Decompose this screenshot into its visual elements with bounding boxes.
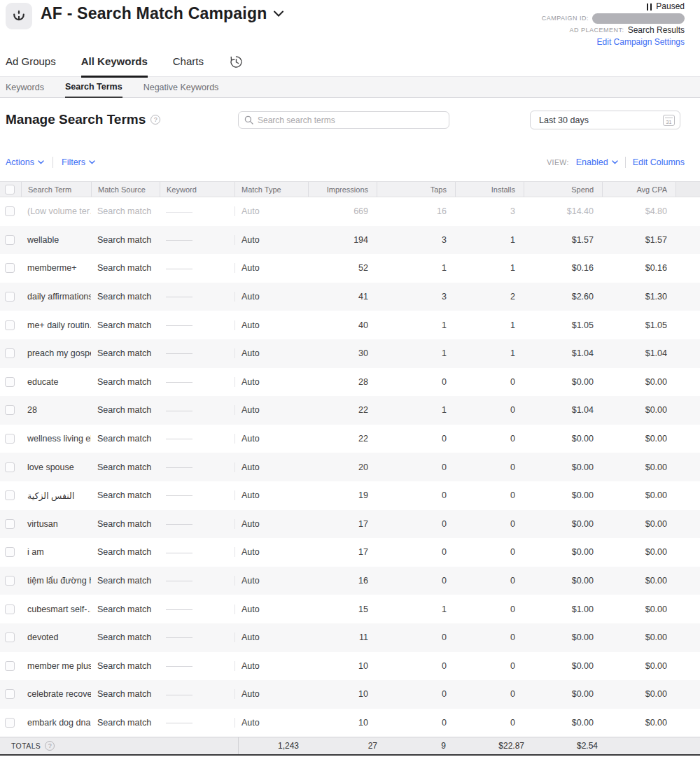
installs-cell: 0 bbox=[455, 689, 524, 699]
col-taps[interactable]: Taps bbox=[377, 182, 455, 197]
search-term-cell: me+ daily routin… bbox=[21, 320, 91, 330]
impressions-cell: 17 bbox=[308, 519, 377, 529]
subtab-keywords[interactable]: Keywords bbox=[6, 77, 44, 97]
row-checkbox-cell bbox=[0, 434, 21, 444]
keyword-empty-dash bbox=[166, 382, 192, 383]
avg-cpa-cell: $0.00 bbox=[602, 632, 676, 642]
search-terms-searchbar[interactable] bbox=[238, 111, 449, 129]
row-checkbox[interactable] bbox=[5, 348, 15, 358]
tab-ad-groups[interactable]: Ad Groups bbox=[6, 55, 56, 76]
search-term-cell: daily affirmations bbox=[21, 292, 91, 302]
avg-cpa-cell: $0.00 bbox=[602, 490, 676, 500]
calendar-icon: 31 bbox=[663, 115, 675, 126]
history-clock-icon bbox=[229, 55, 244, 69]
spend-cell: $0.00 bbox=[524, 576, 602, 586]
avg-cpa-cell: $0.00 bbox=[602, 519, 676, 529]
search-term-cell: tiệm lẩu đường h… bbox=[21, 576, 91, 586]
chevron-down-icon bbox=[612, 160, 618, 164]
col-installs[interactable]: Installs bbox=[455, 182, 524, 197]
search-input[interactable] bbox=[258, 115, 443, 125]
row-checkbox[interactable] bbox=[5, 377, 15, 387]
search-term-cell: (Low volume ter… bbox=[21, 206, 91, 216]
tab-all-keywords[interactable]: All Keywords bbox=[81, 55, 148, 78]
keyword-empty-dash bbox=[166, 666, 192, 667]
table-row: love spouse Search match Auto 20 0 0 $0.… bbox=[0, 453, 700, 481]
subtab-search-terms[interactable]: Search Terms bbox=[65, 77, 122, 98]
taps-cell: 0 bbox=[377, 547, 455, 557]
taps-cell: 0 bbox=[377, 661, 455, 671]
table-row: member me plus Search match Auto 10 0 0 … bbox=[0, 652, 700, 681]
impressions-cell: 10 bbox=[308, 661, 377, 671]
installs-cell: 0 bbox=[455, 718, 524, 728]
col-search-term[interactable]: Search Term bbox=[21, 182, 91, 197]
search-term-cell: embark dog dna bbox=[21, 718, 91, 728]
avg-cpa-cell: $4.80 bbox=[602, 206, 676, 216]
row-checkbox-cell bbox=[0, 292, 21, 302]
row-checkbox[interactable] bbox=[5, 576, 15, 586]
match-source-cell: Search match bbox=[91, 718, 160, 728]
totals-installs: 9 bbox=[386, 741, 454, 751]
impressions-cell: 10 bbox=[308, 718, 377, 728]
col-match-source[interactable]: Match Source bbox=[91, 182, 160, 197]
pause-icon bbox=[647, 3, 652, 10]
table-row: 28 Search match Auto 22 1 0 $1.04 $0.00 bbox=[0, 396, 700, 425]
row-checkbox[interactable] bbox=[5, 462, 15, 472]
date-range-picker[interactable]: Last 30 days 31 bbox=[530, 111, 680, 129]
taps-cell: 1 bbox=[377, 348, 455, 358]
keyword-empty-dash bbox=[166, 439, 192, 439]
edit-columns-button[interactable]: Edit Columns bbox=[633, 157, 685, 167]
col-impressions[interactable]: Impressions bbox=[308, 182, 377, 197]
keyword-empty-dash bbox=[166, 695, 192, 695]
search-term-cell: preach my gospel bbox=[21, 348, 91, 358]
row-checkbox[interactable] bbox=[5, 718, 15, 728]
row-checkbox[interactable] bbox=[5, 661, 15, 671]
row-checkbox[interactable] bbox=[5, 263, 15, 273]
view-enabled-dropdown[interactable]: Enabled bbox=[576, 157, 618, 167]
keyword-empty-dash bbox=[166, 212, 192, 213]
help-icon[interactable]: ? bbox=[150, 115, 160, 125]
row-checkbox[interactable] bbox=[5, 519, 15, 529]
totals-help-icon[interactable]: ? bbox=[45, 741, 55, 751]
row-checkbox[interactable] bbox=[5, 320, 15, 330]
row-checkbox-cell bbox=[0, 689, 21, 699]
select-all-checkbox[interactable] bbox=[5, 185, 15, 194]
impressions-cell: 194 bbox=[308, 235, 377, 245]
spend-cell: $0.00 bbox=[524, 519, 602, 529]
match-type-cell: Auto bbox=[234, 462, 308, 472]
row-checkbox[interactable] bbox=[5, 206, 15, 216]
row-checkbox[interactable] bbox=[5, 235, 15, 245]
row-checkbox[interactable] bbox=[5, 689, 15, 699]
avg-cpa-cell: $0.00 bbox=[602, 405, 676, 415]
impressions-cell: 16 bbox=[308, 576, 377, 586]
col-avg-cpa[interactable]: Avg CPA bbox=[602, 182, 676, 197]
avg-cpa-cell: $0.00 bbox=[602, 718, 676, 728]
spend-cell: $14.40 bbox=[524, 206, 602, 216]
table-row: wellable Search match Auto 194 3 1 $1.57… bbox=[0, 226, 700, 255]
actions-dropdown[interactable]: Actions bbox=[6, 157, 44, 167]
installs-cell: 1 bbox=[455, 263, 524, 273]
row-checkbox-cell bbox=[0, 661, 21, 671]
impressions-cell: 22 bbox=[308, 434, 377, 444]
taps-cell: 1 bbox=[377, 405, 455, 415]
row-checkbox[interactable] bbox=[5, 632, 15, 642]
totals-taps: 27 bbox=[307, 741, 386, 751]
history-button[interactable] bbox=[229, 55, 244, 76]
match-source-cell: Search match bbox=[91, 661, 160, 671]
row-checkbox[interactable] bbox=[5, 434, 15, 444]
row-checkbox[interactable] bbox=[5, 405, 15, 415]
col-spend[interactable]: Spend bbox=[524, 182, 602, 197]
match-type-cell: Auto bbox=[234, 689, 308, 699]
filters-dropdown[interactable]: Filters bbox=[62, 157, 95, 167]
col-keyword[interactable]: Keyword bbox=[160, 182, 234, 197]
campaign-title-dropdown[interactable]: AF - Search Match Campaign bbox=[41, 4, 284, 23]
row-checkbox[interactable] bbox=[5, 292, 15, 302]
edit-campaign-settings-link[interactable]: Edit Campaign Settings bbox=[597, 37, 685, 48]
table-row: i am Search match Auto 17 0 0 $0.00 $0.0… bbox=[0, 538, 700, 567]
col-match-type[interactable]: Match Type bbox=[234, 182, 308, 197]
subtab-negative-keywords[interactable]: Negative Keywords bbox=[144, 77, 219, 97]
row-checkbox[interactable] bbox=[5, 490, 15, 500]
row-checkbox-cell bbox=[0, 235, 21, 245]
row-checkbox[interactable] bbox=[5, 547, 15, 557]
row-checkbox[interactable] bbox=[5, 604, 15, 614]
tab-charts[interactable]: Charts bbox=[173, 55, 204, 76]
